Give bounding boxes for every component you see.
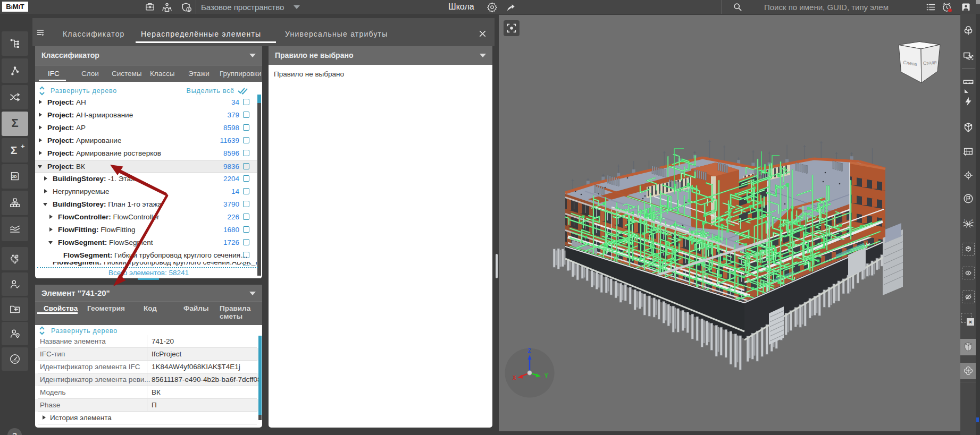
svg-text:1: 1 [964, 219, 966, 222]
svg-text:2: 2 [971, 219, 973, 221]
svg-text:Y: Y [545, 373, 548, 379]
svg-text:X: X [513, 375, 516, 381]
svg-text:Z: Z [528, 348, 531, 354]
